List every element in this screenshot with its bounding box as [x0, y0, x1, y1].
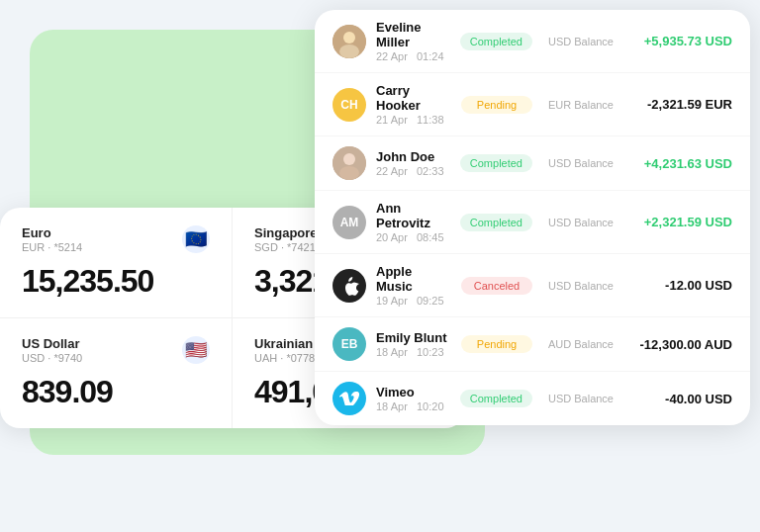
tx-name-0: Eveline Miller [376, 20, 450, 49]
tx-currency-2: USD Balance [542, 157, 614, 169]
tx-name-1: Carry Hooker [376, 83, 451, 113]
tx-date-3: 20 Apr 08:45 [376, 231, 450, 243]
tx-amount-1: -2,321.59 EUR [623, 97, 732, 112]
tx-currency-3: USD Balance [542, 217, 614, 228]
tx-amount-4: -12.00 USD [623, 278, 732, 293]
svg-point-4 [343, 153, 355, 165]
tx-currency-0: USD Balance [542, 36, 614, 47]
tx-date-6: 18 Apr 10:20 [376, 400, 450, 412]
tx-amount-3: +2,321.59 USD [623, 215, 732, 229]
tx-info-2: John Doe 22 Apr 02:33 [376, 149, 450, 177]
tx-amount-5: -12,300.00 AUD [623, 337, 732, 352]
transaction-row-6[interactable]: Vimeo 18 Apr 10:20 Completed USD Balance… [315, 372, 750, 425]
transactions-card: Eveline Miller 22 Apr 01:24 Completed US… [315, 10, 750, 425]
account-name: Euro [22, 225, 82, 240]
account-flag: 🇪🇺 [182, 225, 210, 253]
tx-status-2: Completed [460, 154, 532, 172]
tx-name-6: Vimeo [376, 385, 450, 399]
tx-avatar-3: AM [332, 206, 366, 239]
transaction-row-3[interactable]: AM Ann Petrovitz 20 Apr 08:45 Completed … [315, 191, 750, 254]
tx-currency-5: AUD Balance [542, 338, 614, 350]
tx-amount-0: +5,935.73 USD [623, 34, 732, 48]
tx-name-3: Ann Petrovitz [376, 201, 450, 230]
account-id: EUR · *5214 [22, 241, 82, 253]
account-balance: 839.09 [22, 374, 210, 410]
tx-info-5: Emily Blunt 18 Apr 10:23 [376, 330, 451, 358]
tx-date-0: 22 Apr 01:24 [376, 50, 450, 62]
tx-avatar-1: CH [332, 88, 366, 122]
tx-info-4: Apple Music 19 Apr 09:25 [376, 264, 451, 307]
account-cell-0: Euro EUR · *5214 🇪🇺 15,235.50 [0, 208, 233, 318]
tx-amount-2: +4,231.63 USD [623, 156, 732, 171]
tx-info-3: Ann Petrovitz 20 Apr 08:45 [376, 201, 450, 243]
tx-name-4: Apple Music [376, 264, 451, 294]
tx-date-5: 18 Apr 10:23 [376, 346, 451, 358]
transaction-row-0[interactable]: Eveline Miller 22 Apr 01:24 Completed US… [315, 10, 750, 73]
tx-avatar-2 [332, 146, 366, 180]
svg-point-2 [339, 44, 359, 58]
transaction-row-4[interactable]: Apple Music 19 Apr 09:25 Canceled USD Ba… [315, 254, 750, 317]
tx-status-4: Canceled [461, 277, 532, 295]
tx-currency-1: EUR Balance [542, 99, 614, 111]
tx-name-5: Emily Blunt [376, 330, 451, 345]
tx-status-6: Completed [460, 390, 532, 407]
tx-info-6: Vimeo 18 Apr 10:20 [376, 385, 450, 412]
tx-avatar-6 [332, 382, 366, 415]
tx-date-4: 19 Apr 09:25 [376, 295, 451, 307]
tx-amount-6: -40.00 USD [623, 392, 732, 406]
tx-currency-6: USD Balance [542, 393, 614, 404]
tx-avatar-0 [332, 25, 366, 58]
account-header: US Dollar USD · *9740 🇺🇸 [22, 336, 210, 364]
tx-avatar-4 [332, 269, 366, 303]
tx-date-1: 21 Apr 11:38 [376, 114, 451, 126]
svg-point-5 [339, 166, 359, 180]
account-name: US Dollar [22, 336, 82, 351]
tx-name-2: John Doe [376, 149, 450, 164]
transaction-row-5[interactable]: EB Emily Blunt 18 Apr 10:23 Pending AUD … [315, 317, 750, 372]
transaction-row-2[interactable]: John Doe 22 Apr 02:33 Completed USD Bala… [315, 136, 750, 191]
tx-status-3: Completed [460, 214, 532, 231]
account-flag: 🇺🇸 [182, 336, 210, 364]
transaction-row-1[interactable]: CH Carry Hooker 21 Apr 11:38 Pending EUR… [315, 73, 750, 136]
svg-point-1 [343, 32, 355, 44]
tx-currency-4: USD Balance [542, 280, 614, 292]
account-header: Euro EUR · *5214 🇪🇺 [22, 225, 210, 253]
tx-info-1: Carry Hooker 21 Apr 11:38 [376, 83, 451, 126]
scene: Euro EUR · *5214 🇪🇺 15,235.50 Singapore … [0, 0, 760, 532]
account-cell-2: US Dollar USD · *9740 🇺🇸 839.09 [0, 318, 233, 428]
account-balance: 15,235.50 [22, 263, 210, 300]
tx-status-0: Completed [460, 33, 532, 50]
tx-status-1: Pending [461, 96, 532, 114]
tx-info-0: Eveline Miller 22 Apr 01:24 [376, 20, 450, 62]
tx-date-2: 22 Apr 02:33 [376, 165, 450, 177]
account-id: USD · *9740 [22, 352, 82, 364]
tx-status-5: Pending [461, 335, 532, 353]
tx-avatar-5: EB [332, 327, 366, 361]
